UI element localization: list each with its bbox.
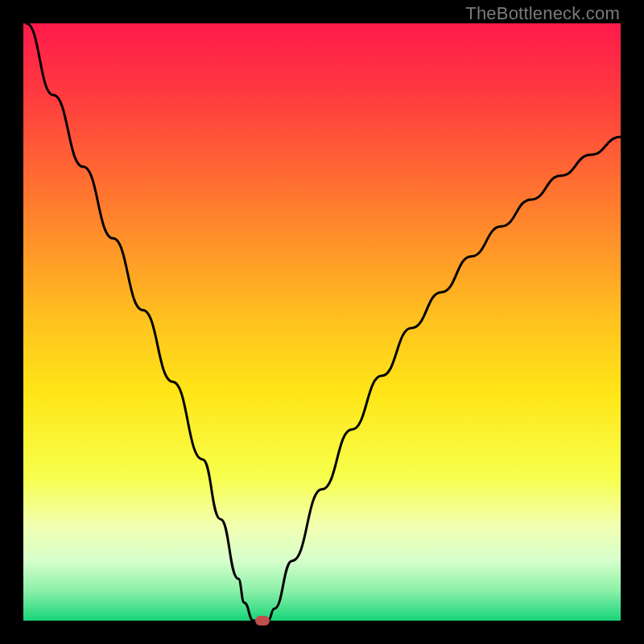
plot-frame — [23, 23, 621, 621]
watermark-text: TheBottleneck.com — [465, 3, 620, 24]
gradient-background — [23, 23, 621, 621]
chart-canvas — [23, 23, 621, 621]
optimal-point-marker — [255, 616, 270, 625]
